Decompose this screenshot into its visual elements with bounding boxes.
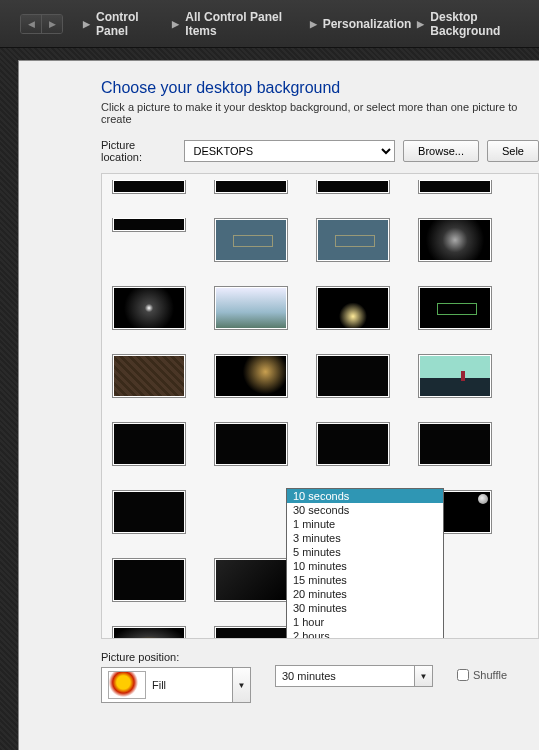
interval-option[interactable]: 30 minutes: [287, 601, 443, 615]
interval-dropdown-list[interactable]: 10 seconds30 seconds1 minute3 minutes5 m…: [286, 488, 444, 639]
chevron-down-icon[interactable]: ▼: [232, 668, 250, 702]
wallpaper-thumb[interactable]: [316, 286, 390, 330]
wallpaper-thumb[interactable]: [214, 218, 288, 262]
wallpaper-thumb[interactable]: [418, 422, 492, 466]
wallpaper-thumb[interactable]: [418, 180, 492, 194]
title-bar: ◀ ▶ ▶ Control Panel ▶ All Control Panel …: [0, 0, 539, 48]
nav-buttons: ◀ ▶: [20, 14, 63, 34]
chevron-right-icon: ▶: [172, 19, 179, 29]
wallpaper-thumb[interactable]: [418, 218, 492, 262]
chevron-right-icon: ▶: [310, 19, 317, 29]
interval-option[interactable]: 1 minute: [287, 517, 443, 531]
interval-option[interactable]: 20 minutes: [287, 587, 443, 601]
wallpaper-thumb[interactable]: [214, 354, 288, 398]
wallpaper-thumb[interactable]: [112, 422, 186, 466]
forward-button[interactable]: ▶: [41, 15, 62, 33]
chevron-down-icon[interactable]: ▼: [414, 666, 432, 686]
breadcrumb-item[interactable]: Personalization: [323, 17, 412, 31]
wallpaper-thumb[interactable]: [418, 286, 492, 330]
breadcrumb-item[interactable]: Desktop Background: [430, 10, 539, 38]
interval-option[interactable]: 10 minutes: [287, 559, 443, 573]
interval-option[interactable]: 10 seconds: [287, 489, 443, 503]
interval-option[interactable]: 30 seconds: [287, 503, 443, 517]
wallpaper-thumb[interactable]: [316, 180, 390, 194]
wallpaper-thumb[interactable]: [112, 626, 186, 639]
content-window: Choose your desktop background Click a p…: [18, 60, 539, 750]
wallpaper-thumb[interactable]: [112, 180, 186, 194]
wallpaper-thumb[interactable]: [214, 558, 288, 602]
page-title: Choose your desktop background: [101, 79, 539, 97]
interval-option[interactable]: 5 minutes: [287, 545, 443, 559]
interval-option[interactable]: 15 minutes: [287, 573, 443, 587]
picture-location-select[interactable]: DESKTOPS: [184, 140, 395, 162]
picture-location-label: Picture location:: [101, 139, 176, 163]
wallpaper-thumb[interactable]: [112, 558, 186, 602]
interval-option[interactable]: 2 hours: [287, 629, 443, 639]
shuffle-label: Shuffle: [473, 669, 507, 681]
wallpaper-thumb[interactable]: [316, 422, 390, 466]
interval-option[interactable]: 3 minutes: [287, 531, 443, 545]
back-button[interactable]: ◀: [21, 15, 41, 33]
wallpaper-thumb[interactable]: [316, 218, 390, 262]
wallpaper-thumb[interactable]: [214, 286, 288, 330]
wallpaper-thumb[interactable]: [112, 286, 186, 330]
shuffle-checkbox[interactable]: [457, 669, 469, 681]
wallpaper-grid: 10 seconds30 seconds1 minute3 minutes5 m…: [101, 173, 539, 639]
interval-value: 30 minutes: [276, 670, 414, 682]
interval-option[interactable]: 1 hour: [287, 615, 443, 629]
wallpaper-thumb[interactable]: [214, 180, 288, 194]
wallpaper-thumb[interactable]: [112, 354, 186, 398]
wallpaper-thumb[interactable]: [112, 218, 186, 232]
wallpaper-thumb[interactable]: [214, 422, 288, 466]
breadcrumb: ▶ Control Panel ▶ All Control Panel Item…: [83, 10, 539, 38]
breadcrumb-item[interactable]: Control Panel: [96, 10, 166, 38]
wallpaper-thumb[interactable]: [214, 626, 288, 639]
breadcrumb-item[interactable]: All Control Panel Items: [185, 10, 303, 38]
select-all-button[interactable]: Sele: [487, 140, 539, 162]
wallpaper-thumb[interactable]: [316, 354, 390, 398]
position-preview-icon: [108, 671, 146, 699]
chevron-right-icon: ▶: [83, 19, 90, 29]
chevron-right-icon: ▶: [417, 19, 424, 29]
page-subtitle: Click a picture to make it your desktop …: [101, 101, 539, 125]
interval-select[interactable]: 30 minutes ▼: [275, 665, 433, 687]
picture-position-select[interactable]: Fill ▼: [101, 667, 251, 703]
wallpaper-thumb[interactable]: [112, 490, 186, 534]
wallpaper-thumb[interactable]: [418, 354, 492, 398]
browse-button[interactable]: Browse...: [403, 140, 479, 162]
picture-position-label: Picture position:: [101, 651, 251, 663]
position-value: Fill: [152, 679, 232, 691]
